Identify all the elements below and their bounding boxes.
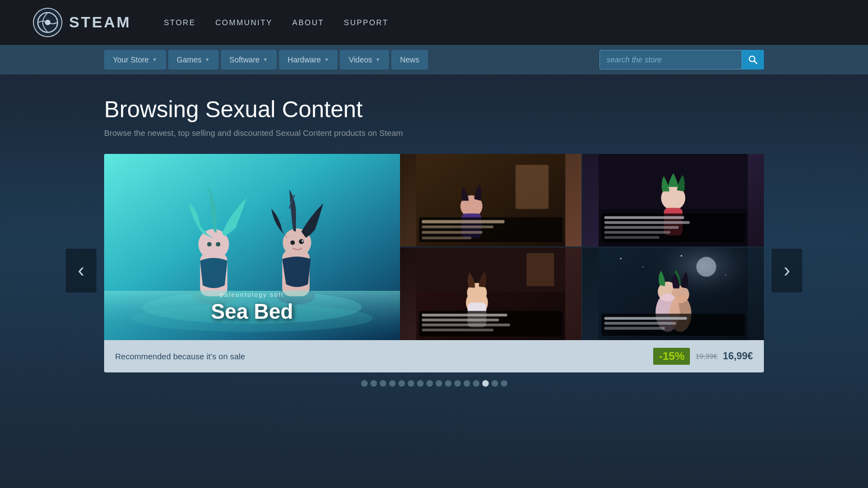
svg-rect-70 — [604, 322, 676, 325]
chevron-down-icon: ▼ — [205, 57, 210, 62]
svg-point-62 — [681, 255, 682, 257]
thumbnail-3[interactable] — [400, 248, 581, 340]
thumb-4-art — [583, 248, 764, 340]
top-bar: STEAM STORE COMMUNITY ABOUT SUPPORT — [0, 0, 868, 45]
thumb-2-art — [583, 154, 764, 246]
carousel-dot-12[interactable] — [473, 380, 479, 387]
svg-line-4 — [755, 61, 757, 64]
svg-point-16 — [290, 240, 295, 245]
chevron-down-icon: ▼ — [324, 57, 329, 62]
svg-point-61 — [642, 266, 643, 267]
carousel-dots — [104, 380, 764, 387]
original-price: 19,99€ — [695, 352, 717, 360]
svg-point-60 — [620, 258, 621, 260]
thumbnail-1[interactable] — [400, 154, 581, 246]
svg-point-11 — [207, 242, 212, 246]
thumbnail-2[interactable] — [583, 154, 764, 246]
game-title-text: Sea Bed — [211, 300, 293, 324]
sub-nav-software[interactable]: Software ▼ — [221, 50, 277, 70]
carousel-prev-button[interactable]: ‹ — [66, 249, 96, 292]
carousel-dot-10[interactable] — [454, 380, 461, 387]
top-nav: STORE COMMUNITY ABOUT SUPPORT — [164, 18, 389, 27]
carousel-next-button[interactable]: › — [772, 249, 802, 292]
price-area: -15% 19,99€ 16,99€ — [653, 348, 753, 365]
carousel-thumbnails — [400, 154, 764, 340]
svg-rect-27 — [422, 220, 505, 223]
sub-nav-news[interactable]: News — [391, 50, 428, 70]
svg-rect-38 — [604, 216, 684, 219]
thumb-1-art — [400, 154, 581, 246]
top-nav-about[interactable]: ABOUT — [292, 18, 324, 27]
page-title-area: Browsing Sexual Content Browse the newes… — [104, 74, 764, 154]
thumbnail-4[interactable] — [583, 248, 764, 340]
thumb-3-art — [400, 248, 581, 340]
sub-nav-hardware[interactable]: Hardware ▼ — [279, 50, 338, 70]
search-button[interactable] — [742, 50, 764, 70]
carousel-dot-8[interactable] — [436, 380, 442, 387]
carousel-dot-7[interactable] — [426, 380, 433, 387]
svg-point-18 — [302, 240, 304, 242]
carousel-inner: paleontology soft Sea Bed — [104, 154, 764, 340]
chevron-down-icon: ▼ — [263, 57, 268, 62]
carousel-container: paleontology soft Sea Bed — [104, 154, 764, 372]
chevron-down-icon: ▼ — [375, 57, 380, 62]
carousel-dot-13[interactable] — [482, 380, 489, 387]
main-content: Browsing Sexual Content Browse the newes… — [0, 74, 868, 488]
carousel-bottom-bar: Recommended because it's on sale -15% 19… — [104, 340, 764, 372]
carousel-dot-11[interactable] — [464, 380, 470, 387]
svg-rect-30 — [422, 237, 472, 239]
sub-header: Your Store ▼ Games ▼ Software ▼ Hardware… — [0, 45, 868, 74]
carousel-dot-1[interactable] — [370, 380, 377, 387]
search-area — [599, 50, 764, 70]
svg-point-63 — [725, 274, 726, 275]
logo-area: STEAM — [33, 8, 131, 37]
steam-logo-icon — [33, 8, 62, 37]
carousel-dot-0[interactable] — [361, 380, 368, 387]
steam-wordmark: STEAM — [69, 14, 131, 31]
carousel-dot-4[interactable] — [398, 380, 405, 387]
search-input[interactable] — [599, 50, 742, 70]
carousel-dot-5[interactable] — [408, 380, 414, 387]
svg-rect-28 — [422, 226, 494, 228]
game-image-bg: paleontology soft Sea Bed — [104, 154, 400, 340]
top-nav-store[interactable]: STORE — [164, 18, 196, 27]
chevron-down-icon: ▼ — [152, 57, 157, 62]
svg-rect-52 — [422, 314, 507, 317]
svg-rect-69 — [604, 317, 687, 320]
carousel-dot-3[interactable] — [389, 380, 396, 387]
carousel-recommendation-text: Recommended because it's on sale — [115, 352, 245, 361]
top-nav-community[interactable]: COMMUNITY — [215, 18, 272, 27]
svg-rect-55 — [422, 329, 494, 331]
svg-rect-53 — [422, 319, 499, 321]
svg-rect-41 — [604, 231, 671, 234]
top-nav-support[interactable]: SUPPORT — [344, 18, 389, 27]
sub-nav-your-store[interactable]: Your Store ▼ — [104, 50, 166, 70]
svg-point-12 — [216, 242, 220, 246]
svg-rect-54 — [422, 324, 510, 326]
svg-point-59 — [696, 257, 716, 277]
carousel-wrapper: ‹ › — [104, 154, 764, 387]
search-icon — [749, 55, 757, 64]
svg-rect-29 — [422, 231, 483, 234]
carousel-dot-6[interactable] — [417, 380, 424, 387]
svg-rect-42 — [604, 236, 660, 239]
carousel-main-image[interactable]: paleontology soft Sea Bed — [104, 154, 400, 340]
carousel-dot-14[interactable] — [492, 380, 498, 387]
svg-rect-71 — [604, 327, 665, 330]
carousel-dot-9[interactable] — [445, 380, 452, 387]
game-dev-label: paleontology soft — [211, 291, 293, 298]
svg-rect-40 — [604, 226, 679, 229]
sub-nav-videos[interactable]: Videos ▼ — [340, 50, 389, 70]
page-title: Browsing Sexual Content — [104, 96, 764, 123]
svg-rect-22 — [516, 165, 549, 209]
svg-point-17 — [299, 239, 304, 244]
search-input-wrap — [599, 50, 764, 70]
carousel-dot-2[interactable] — [380, 380, 386, 387]
discount-badge: -15% — [653, 348, 690, 365]
sale-price: 16,99€ — [723, 351, 753, 362]
sub-nav-games[interactable]: Games ▼ — [168, 50, 219, 70]
carousel-dot-15[interactable] — [501, 380, 507, 387]
game-title-overlay: paleontology soft Sea Bed — [211, 291, 293, 324]
svg-rect-39 — [604, 221, 690, 224]
page-subtitle: Browse the newest, top selling and disco… — [104, 128, 764, 137]
